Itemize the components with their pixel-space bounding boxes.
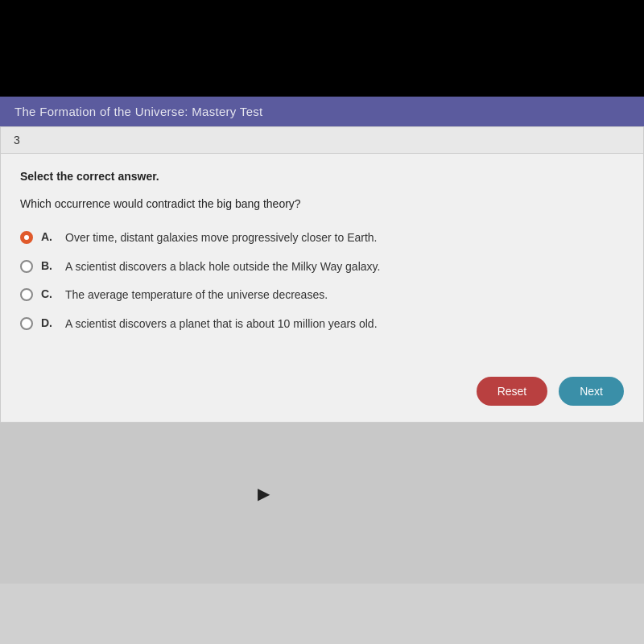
option-d[interactable]: D. A scientist discovers a planet that i… — [20, 316, 624, 332]
option-d-text: A scientist discovers a planet that is a… — [65, 316, 378, 332]
option-a-label: A. — [41, 230, 57, 243]
reset-button[interactable]: Reset — [477, 377, 548, 406]
radio-a[interactable] — [20, 231, 33, 244]
option-b-text: A scientist discovers a black hole outsi… — [65, 259, 380, 275]
question-body: Select the correct answer. Which occurre… — [1, 154, 643, 369]
next-button[interactable]: Next — [559, 377, 624, 406]
question-text: Which occurrence would contradict the bi… — [20, 196, 624, 213]
radio-d[interactable] — [20, 317, 33, 330]
option-b[interactable]: B. A scientist discovers a black hole ou… — [20, 259, 624, 275]
bottom-area — [0, 423, 644, 584]
option-c-text: The average temperature of the universe … — [65, 287, 328, 303]
question-card: 3 Select the correct answer. Which occur… — [0, 126, 644, 423]
option-c-label: C. — [41, 287, 57, 300]
radio-c[interactable] — [20, 288, 33, 301]
instruction-text: Select the correct answer. — [20, 170, 624, 183]
option-c[interactable]: C. The average temperature of the univer… — [20, 287, 624, 303]
radio-b[interactable] — [20, 260, 33, 273]
question-number: 3 — [1, 127, 643, 154]
option-a-text: Over time, distant galaxies move progres… — [65, 230, 378, 246]
button-row: Reset Next — [1, 369, 643, 422]
option-b-label: B. — [41, 259, 57, 272]
option-d-label: D. — [41, 316, 57, 329]
page-header: The Formation of the Universe: Mastery T… — [0, 97, 644, 126]
option-a[interactable]: A. Over time, distant galaxies move prog… — [20, 230, 624, 246]
header-title: The Formation of the Universe: Mastery T… — [14, 105, 263, 118]
